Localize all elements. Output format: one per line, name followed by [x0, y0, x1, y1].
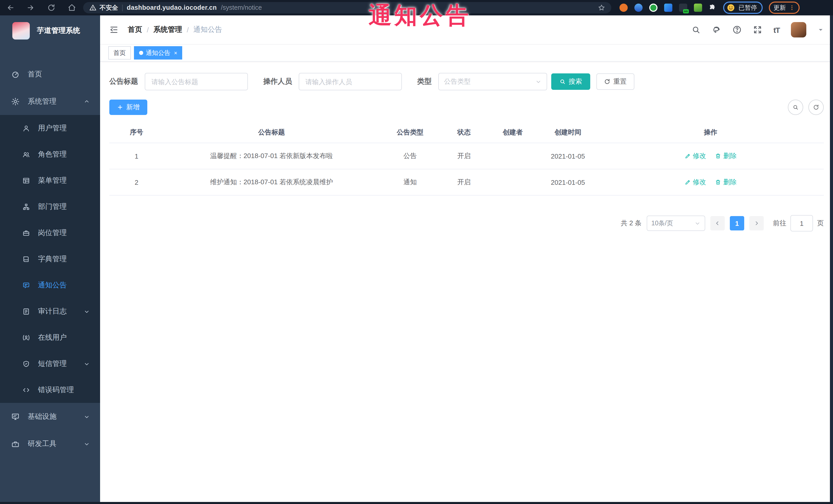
not-secure-warning-icon [89, 4, 96, 11]
sidebar-item-label: 部门管理 [38, 202, 67, 211]
font-size-icon[interactable]: tT [774, 25, 780, 34]
page-size-select[interactable]: 10条/页 [647, 216, 705, 231]
avatar[interactable] [791, 22, 806, 38]
goto-suffix: 页 [817, 219, 824, 228]
address-bar[interactable]: 不安全 dashboard.yudao.iocoder.cn/system/no… [83, 2, 611, 13]
edit-link[interactable]: 修改 [684, 151, 706, 161]
reset-button[interactable]: 重置 [596, 73, 634, 90]
search-button[interactable]: 搜索 [551, 73, 590, 90]
bookmark-star-icon[interactable] [598, 4, 605, 11]
cell-title: 维护通知：2018-07-01 若依系统凌晨维护 [164, 169, 379, 195]
sidebar-item-departments[interactable]: 部门管理 [0, 193, 100, 220]
extension-icon-blue-diamond[interactable] [664, 4, 672, 12]
sidebar-item-menus[interactable]: 菜单管理 [0, 167, 100, 193]
table-toolbar: 新增 [109, 100, 824, 115]
sidebar-item-posts[interactable]: 岗位管理 [0, 220, 100, 246]
col-created: 创建时间 [539, 122, 597, 143]
sidebar-item-system[interactable]: 系统管理 [0, 88, 100, 115]
sidebar-item-dev-tools[interactable]: 研发工具 [0, 430, 100, 457]
window-scrollbar-track[interactable] [830, 16, 833, 504]
profile-paused-badge[interactable]: 已暂停 [723, 2, 763, 14]
extension-icon-green-circle[interactable] [649, 4, 658, 12]
extensions-puzzle-icon[interactable] [709, 4, 716, 11]
delete-link[interactable]: 删除 [715, 151, 737, 161]
app-logo [12, 22, 30, 40]
sidebar-item-home[interactable]: 首页 [0, 61, 100, 88]
reload-icon[interactable] [47, 4, 55, 12]
next-page-button[interactable] [749, 216, 764, 231]
back-icon[interactable] [6, 4, 15, 12]
prev-page-button[interactable] [710, 216, 725, 231]
sidebar-item-label: 通知公告 [38, 281, 67, 290]
active-dot-icon [139, 51, 143, 55]
url-path: /system/notice [221, 4, 262, 11]
sidebar-item-infrastructure[interactable]: 基础设施 [0, 403, 100, 430]
breadcrumb-home[interactable]: 首页 [128, 25, 142, 34]
toggle-search-button[interactable] [788, 100, 803, 115]
edit-link-label: 修改 [693, 177, 706, 187]
sidebar-item-users[interactable]: 用户管理 [0, 115, 100, 141]
close-icon[interactable]: × [174, 50, 177, 56]
goto-page-input[interactable] [790, 215, 813, 232]
add-button[interactable]: 新增 [109, 100, 147, 115]
page-number-1[interactable]: 1 [730, 216, 744, 231]
app-logo-row[interactable]: 芋道管理系统 [0, 16, 100, 46]
forward-icon[interactable] [27, 4, 35, 12]
sidebar-item-label: 字典管理 [38, 254, 67, 264]
cell-no: 1 [109, 143, 164, 169]
fullscreen-icon[interactable] [753, 25, 762, 34]
browser-menu-icon[interactable] [789, 5, 795, 11]
sidebar-item-notice[interactable]: 通知公告 [0, 272, 100, 298]
chevron-down-icon [84, 440, 90, 447]
tag-label: 首页 [114, 48, 126, 57]
edit-link[interactable]: 修改 [684, 177, 706, 187]
notice-table: 序号 公告标题 公告类型 状态 创建者 创建时间 操作 1 温馨提醒：2018- [109, 122, 824, 195]
type-select[interactable]: 公告类型 [438, 73, 547, 90]
sidebar-collapse-icon[interactable] [109, 25, 119, 34]
tag-notice[interactable]: 通知公告 × [134, 46, 183, 59]
reset-button-label: 重置 [613, 77, 627, 86]
sidebar-item-label: 短信管理 [38, 359, 67, 368]
sidebar-item-label: 审计日志 [38, 307, 67, 316]
chevron-down-icon [84, 308, 90, 314]
sidebar-item-audit-log[interactable]: 审计日志 [0, 298, 100, 325]
col-actions: 操作 [597, 122, 824, 143]
navbar-actions: tT [691, 22, 824, 38]
home-icon[interactable] [68, 4, 76, 12]
breadcrumb-system[interactable]: 系统管理 [153, 25, 182, 34]
cell-type: 通知 [379, 169, 441, 195]
sidebar-item-sms[interactable]: 短信管理 [0, 351, 100, 377]
docs-question-icon[interactable] [732, 25, 742, 34]
sidebar-item-online-users[interactable]: 在线用户 [0, 325, 100, 351]
page-size-value: 10条/页 [651, 219, 673, 227]
code-icon [23, 386, 30, 393]
header-search-icon[interactable] [691, 25, 700, 34]
monitor-icon [11, 412, 20, 421]
caret-down-icon[interactable] [817, 27, 824, 33]
cell-creator [487, 143, 539, 169]
col-status: 状态 [441, 122, 487, 143]
notice-title-input[interactable] [145, 73, 248, 90]
operator-input[interactable] [299, 73, 402, 90]
github-icon[interactable] [712, 25, 721, 34]
extension-icon-on-switch[interactable]: on [679, 4, 687, 12]
type-select-placeholder: 公告类型 [444, 77, 471, 86]
tag-label: 通知公告 [146, 48, 170, 57]
dashboard-icon [11, 70, 20, 78]
tag-home[interactable]: 首页 [108, 46, 131, 59]
extension-icon-leaf[interactable] [694, 4, 702, 12]
sidebar-item-dict[interactable]: 字典管理 [0, 246, 100, 272]
sidebar-item-error-codes[interactable]: 错误码管理 [0, 377, 100, 403]
message-icon [23, 282, 30, 289]
browser-toolbar: 不安全 dashboard.yudao.iocoder.cn/system/no… [0, 0, 833, 16]
browser-update-button[interactable]: 更新 [769, 2, 800, 14]
main-area: 首页 / 系统管理 / 通知公告 tT 首页 [100, 16, 833, 502]
window-bottom-edge [0, 502, 833, 504]
sidebar: 芋道管理系统 首页 系统管理 用户管理 [0, 16, 100, 502]
chevron-down-icon [694, 220, 700, 226]
extension-icon-blue-drop[interactable] [634, 4, 643, 12]
sidebar-item-roles[interactable]: 角色管理 [0, 141, 100, 167]
refresh-table-button[interactable] [808, 100, 824, 115]
delete-link[interactable]: 删除 [715, 177, 737, 187]
extension-icon-orange[interactable] [619, 4, 628, 12]
